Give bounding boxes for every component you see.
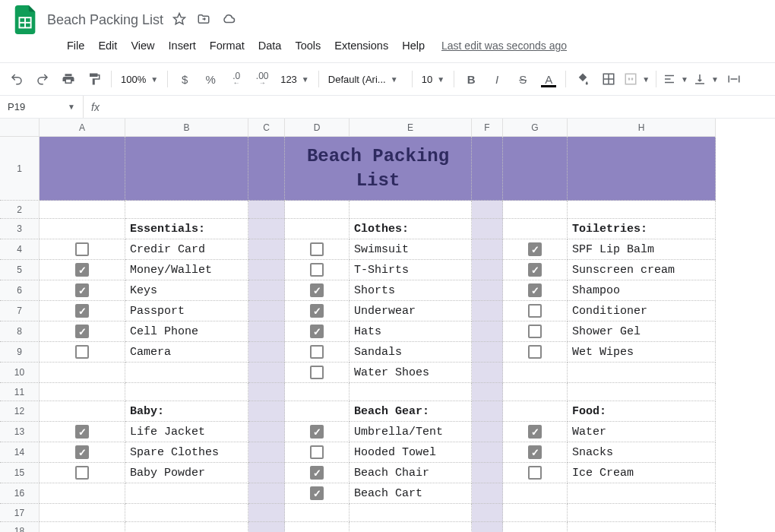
cell-C12[interactable]: [248, 401, 285, 422]
cell-H18[interactable]: [568, 522, 716, 532]
col-header-f[interactable]: F: [472, 119, 503, 137]
print-icon[interactable]: [56, 68, 81, 90]
checkbox[interactable]: [528, 263, 542, 277]
cell-C10[interactable]: [248, 363, 285, 383]
cell-D12[interactable]: [285, 401, 350, 422]
cell-D14[interactable]: [285, 442, 350, 463]
cell-E5[interactable]: T-Shirts: [350, 260, 472, 280]
checkbox[interactable]: [310, 242, 324, 256]
cell-C11[interactable]: [248, 383, 285, 401]
cell-B6[interactable]: Keys: [125, 280, 248, 301]
cell-C8[interactable]: [248, 321, 285, 342]
cell-H9[interactable]: Wet Wipes: [568, 342, 716, 363]
cell-E2[interactable]: [350, 201, 472, 219]
col-header-d[interactable]: D: [285, 119, 350, 137]
cell-D3[interactable]: [285, 219, 350, 239]
checkbox[interactable]: [310, 304, 324, 318]
checkbox[interactable]: [75, 425, 89, 439]
move-icon[interactable]: [197, 12, 210, 28]
cell-F6[interactable]: [472, 280, 503, 301]
cell-E6[interactable]: Shorts: [350, 280, 472, 301]
row-header[interactable]: 14: [0, 442, 40, 463]
cell-H8[interactable]: Shower Gel: [568, 321, 716, 342]
cell-H11[interactable]: [568, 383, 716, 401]
cell-C3[interactable]: [248, 219, 285, 239]
row-header[interactable]: 6: [0, 280, 40, 301]
cell-H5[interactable]: Sunscreen cream: [568, 260, 716, 280]
cell-C1[interactable]: [248, 137, 285, 201]
cell-B5[interactable]: Money/Wallet: [125, 260, 248, 280]
row-header[interactable]: 12: [0, 401, 40, 422]
star-icon[interactable]: [172, 12, 186, 28]
cell-F10[interactable]: [472, 363, 503, 383]
wrap-button[interactable]: [722, 68, 746, 90]
strikethrough-button[interactable]: S: [511, 68, 535, 90]
cloud-icon[interactable]: [221, 12, 236, 28]
checkbox[interactable]: [310, 425, 324, 439]
cell-G16[interactable]: [503, 483, 568, 504]
col-header-h[interactable]: H: [568, 119, 716, 137]
col-header-g[interactable]: G: [503, 119, 568, 137]
row-header[interactable]: 8: [0, 321, 40, 342]
row-header[interactable]: 11: [0, 383, 40, 401]
undo-icon[interactable]: [5, 68, 29, 90]
last-edit-link[interactable]: Last edit was seconds ago: [441, 40, 567, 52]
cell-F13[interactable]: [472, 422, 503, 442]
cell-E9[interactable]: Sandals: [350, 342, 472, 363]
cell-D11[interactable]: [285, 383, 350, 401]
cell-C18[interactable]: [248, 522, 285, 532]
cell-B14[interactable]: Spare Clothes: [125, 442, 248, 463]
cell-B2[interactable]: [125, 201, 248, 219]
checkbox[interactable]: [75, 283, 89, 297]
checkbox[interactable]: [75, 345, 89, 359]
cell-G8[interactable]: [503, 321, 568, 342]
cell-F16[interactable]: [472, 483, 503, 504]
menu-extensions[interactable]: Extensions: [328, 36, 394, 55]
cell-B17[interactable]: [125, 504, 248, 522]
currency-button[interactable]: $: [172, 68, 197, 90]
cell-A1[interactable]: [40, 137, 125, 201]
cell-C2[interactable]: [248, 201, 285, 219]
cell-D2[interactable]: [285, 201, 350, 219]
more-formats-dropdown[interactable]: 123▼: [276, 68, 314, 90]
increase-decimal-button[interactable]: .00→: [250, 68, 274, 90]
cell-D16[interactable]: [285, 483, 350, 504]
checkbox[interactable]: [75, 325, 89, 338]
valign-dropdown[interactable]: ▼: [691, 68, 720, 90]
cell-C6[interactable]: [248, 280, 285, 301]
cell-F12[interactable]: [472, 401, 503, 422]
row-header[interactable]: 1: [0, 137, 40, 201]
cell-B1[interactable]: [125, 137, 248, 201]
cell-A8[interactable]: [40, 321, 125, 342]
checkbox[interactable]: [528, 325, 542, 338]
cell-H14[interactable]: Snacks: [568, 442, 716, 463]
cell-A16[interactable]: [40, 483, 125, 504]
row-header[interactable]: 7: [0, 301, 40, 321]
cell-D13[interactable]: [285, 422, 350, 442]
cell-H13[interactable]: Water: [568, 422, 716, 442]
select-all-corner[interactable]: [0, 119, 40, 137]
col-header-a[interactable]: A: [40, 119, 125, 137]
cell-H16[interactable]: [568, 483, 716, 504]
decrease-decimal-button[interactable]: .0←: [224, 68, 248, 90]
cell-H1[interactable]: [568, 137, 716, 201]
cell-B16[interactable]: [125, 483, 248, 504]
row-header[interactable]: 5: [0, 260, 40, 280]
name-box[interactable]: P19▼: [0, 96, 84, 118]
row-header[interactable]: 15: [0, 463, 40, 483]
col-header-c[interactable]: C: [248, 119, 285, 137]
doc-title[interactable]: Beach Packing List: [47, 12, 163, 28]
cell-E17[interactable]: [350, 504, 472, 522]
cell-G13[interactable]: [503, 422, 568, 442]
col-header-b[interactable]: B: [125, 119, 248, 137]
cell-B13[interactable]: Life Jacket: [125, 422, 248, 442]
cell-B4[interactable]: Credir Card: [125, 239, 248, 260]
paint-format-icon[interactable]: [82, 68, 106, 90]
cell-A17[interactable]: [40, 504, 125, 522]
cell-G5[interactable]: [503, 260, 568, 280]
checkbox[interactable]: [310, 466, 324, 480]
cell-E15[interactable]: Beach Chair: [350, 463, 472, 483]
cell-H6[interactable]: Shampoo: [568, 280, 716, 301]
cell-E10[interactable]: Water Shoes: [350, 363, 472, 383]
cell-D10[interactable]: [285, 363, 350, 383]
